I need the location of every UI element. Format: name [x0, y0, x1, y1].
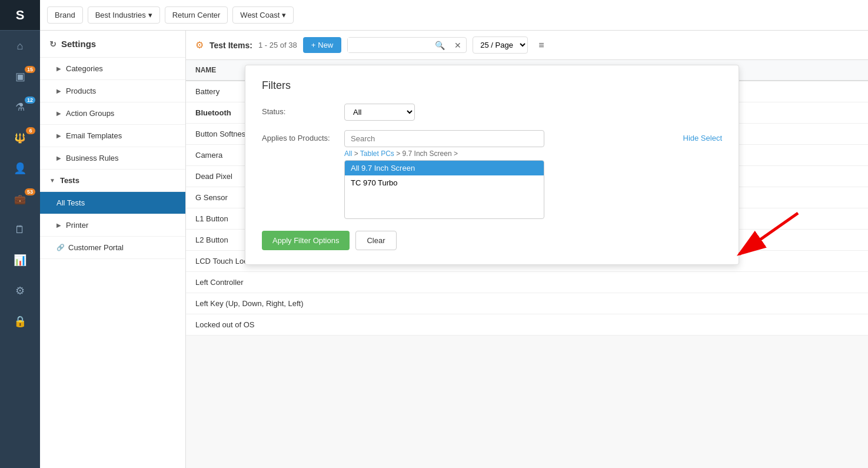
icon-sidebar: S ⌂ ▣15 ⚗12 🔱 6 👤 💼 53 🗒 📊 ⚙ 🔒 — [0, 0, 40, 468]
status-label: Status: — [262, 104, 344, 116]
company-button[interactable]: Best Industries ▾ — [88, 6, 160, 24]
breadcrumb-tablet-link[interactable]: Tablet PCs — [360, 150, 394, 158]
arrow-icon: ▶ — [56, 88, 61, 94]
search-wrap: 🔍 ✕ — [347, 37, 467, 53]
top-nav: Brand Best Industries ▾ Return Center We… — [40, 0, 868, 31]
chart-icon[interactable]: 📊 — [0, 245, 40, 276]
flask-badge: 12 — [25, 97, 35, 104]
sidebar-item-customer-portal[interactable]: 🔗 Customer Portal — [40, 237, 185, 259]
box-icon[interactable]: ▣15 — [0, 61, 40, 92]
owl-icon[interactable]: 🔱 6 — [0, 122, 40, 153]
per-page-select[interactable]: 25 / Page — [473, 36, 528, 54]
product-listbox[interactable]: All 9.7 Inch Screen TC 970 Turbo — [344, 160, 544, 219]
table-cell: Locked out of OS — [186, 314, 868, 336]
filter-buttons: Apply Filter Options Clear — [262, 231, 722, 250]
toolbar-title: Test Items: — [209, 41, 252, 50]
breadcrumb-current: 9.7 Inch Screen — [403, 150, 452, 158]
sidebar-item-action-groups[interactable]: ▶ Action Groups — [40, 102, 185, 125]
settings-icon[interactable]: ⚙ — [0, 276, 40, 306]
sidebar-item-business-rules[interactable]: ▶ Business Rules — [40, 147, 185, 170]
person-icon[interactable]: 👤 — [0, 153, 40, 184]
briefcase-icon[interactable]: 💼 53 — [0, 184, 40, 214]
filter-icon-button[interactable]: ≡ — [534, 38, 548, 53]
lock-icon[interactable]: 🔒 — [0, 306, 40, 337]
sidebar-item-products[interactable]: ▶ Products — [40, 80, 185, 102]
arrow-icon: ▶ — [56, 155, 61, 161]
breadcrumb-all-link[interactable]: All — [344, 150, 352, 158]
products-control: All > Tablet PCs > 9.7 Inch Screen > All… — [344, 130, 676, 219]
box-badge: 15 — [25, 66, 35, 73]
arrow-icon: ▶ — [56, 222, 61, 228]
sidebar-item-tests[interactable]: ▼ Tests — [40, 170, 185, 192]
content-toolbar: ⚙ Test Items: 1 - 25 of 38 + New 🔍 ✕ 25 … — [186, 31, 868, 60]
applies-label: Applies to Products: — [262, 130, 344, 142]
main-layout: ↻ Settings ▶ Categories ▶ Products ▶ Act… — [40, 31, 868, 468]
content-area: ⚙ Test Items: 1 - 25 of 38 + New 🔍 ✕ 25 … — [186, 31, 868, 468]
clear-search-button[interactable]: ✕ — [450, 38, 466, 52]
search-input[interactable] — [348, 38, 430, 52]
flask-icon[interactable]: ⚗12 — [0, 92, 40, 122]
search-icon-button[interactable]: 🔍 — [430, 38, 450, 52]
return-center-button[interactable]: Return Center — [165, 6, 228, 24]
arrow-icon: ▼ — [49, 177, 55, 184]
plus-icon: + — [311, 41, 316, 49]
status-control: All Active Inactive — [344, 104, 722, 121]
filter-title: Filters — [262, 79, 722, 92]
table-row[interactable]: Left Controller — [186, 272, 868, 293]
filter-products-row: Applies to Products: All > Tablet PCs > … — [262, 130, 722, 219]
new-button[interactable]: + New — [303, 37, 342, 53]
apply-filter-button[interactable]: Apply Filter Options — [262, 231, 350, 250]
list-item[interactable]: TC 970 Turbo — [345, 175, 544, 190]
clear-filter-button[interactable]: Clear — [355, 231, 396, 250]
arrow-icon: ▶ — [56, 110, 61, 117]
settings-header: ↻ Settings — [40, 31, 185, 58]
table-row[interactable]: Locked out of OS — [186, 314, 868, 336]
west-coast-chevron-icon: ▾ — [282, 11, 286, 19]
home-icon[interactable]: ⌂ — [0, 31, 40, 61]
hide-select-link[interactable]: Hide Select — [683, 130, 722, 142]
settings-sidebar: ↻ Settings ▶ Categories ▶ Products ▶ Act… — [40, 31, 186, 468]
doc-icon[interactable]: 🗒 — [0, 214, 40, 245]
product-search-input[interactable] — [344, 130, 544, 147]
sidebar-item-all-tests[interactable]: All Tests — [40, 192, 185, 214]
sidebar-item-categories[interactable]: ▶ Categories — [40, 58, 185, 80]
briefcase-badge: 53 — [25, 188, 35, 195]
company-chevron-icon: ▾ — [148, 11, 152, 19]
filter-status-row: Status: All Active Inactive — [262, 104, 722, 121]
sidebar-item-printer[interactable]: ▶ Printer — [40, 214, 185, 237]
gear-icon: ⚙ — [195, 39, 204, 51]
table-row[interactable]: Left Key (Up, Down, Right, Left) — [186, 293, 868, 314]
owl-badge: 6 — [26, 127, 35, 134]
table-cell: Left Key (Up, Down, Right, Left) — [186, 293, 868, 314]
status-select[interactable]: All Active Inactive — [344, 104, 415, 121]
west-coast-button[interactable]: West Coast ▾ — [232, 6, 294, 24]
sidebar-item-email-templates[interactable]: ▶ Email Templates — [40, 125, 185, 147]
refresh-icon: ↻ — [49, 39, 56, 49]
arrow-icon: ▶ — [56, 132, 61, 139]
app-logo: S — [0, 0, 40, 31]
toolbar-count: 1 - 25 of 38 — [258, 41, 297, 49]
arrow-icon: ▶ — [56, 65, 61, 72]
brand-button[interactable]: Brand — [47, 6, 83, 24]
list-item[interactable]: All 9.7 Inch Screen — [345, 161, 544, 175]
breadcrumb: All > Tablet PCs > 9.7 Inch Screen > — [344, 150, 676, 158]
table-cell: Left Controller — [186, 272, 868, 293]
filter-panel: Filters Status: All Active Inactive Appl… — [245, 65, 739, 265]
